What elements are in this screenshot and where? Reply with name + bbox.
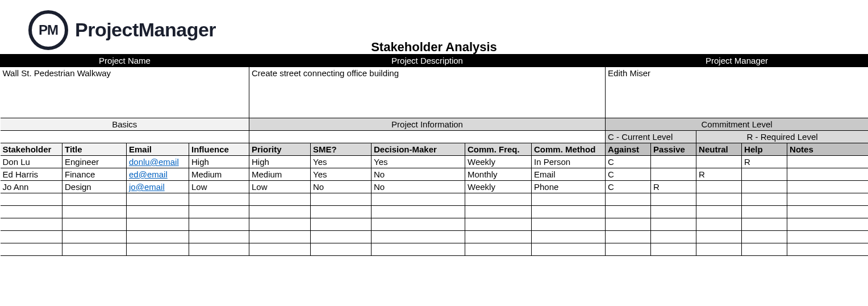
cell-empty[interactable] [127,206,189,218]
cell-empty[interactable] [372,218,465,231]
cell-empty[interactable] [787,231,868,243]
cell-empty[interactable] [189,243,249,256]
cell-stakeholder[interactable]: Jo Ann [1,181,62,193]
meta-value-project-name[interactable]: Wall St. Pedestrian Walkway [1,67,249,118]
cell-empty[interactable] [127,231,189,243]
cell-empty[interactable] [189,193,249,206]
cell-empty[interactable] [1,193,62,206]
cell-title[interactable]: Engineer [62,156,127,168]
cell-comm_freq[interactable]: Weekly [465,156,532,168]
cell-comm_method[interactable]: Phone [532,181,606,193]
cell-notes[interactable] [787,156,868,168]
cell-empty[interactable] [189,206,249,218]
cell-empty[interactable] [651,243,696,256]
cell-empty[interactable] [127,243,189,256]
cell-help[interactable] [742,168,787,181]
cell-empty[interactable] [62,206,127,218]
meta-value-project-manager[interactable]: Edith Miser [606,67,868,118]
cell-empty[interactable] [249,231,311,243]
cell-empty[interactable] [1,218,62,231]
cell-empty[interactable] [696,193,742,206]
cell-empty[interactable] [372,206,465,218]
cell-against[interactable]: C [606,181,651,193]
cell-passive[interactable] [651,168,696,181]
cell-sme[interactable]: No [311,181,372,193]
cell-empty[interactable] [189,231,249,243]
cell-sme[interactable]: Yes [311,156,372,168]
cell-empty[interactable] [311,218,372,231]
cell-empty[interactable] [651,193,696,206]
cell-empty[interactable] [249,218,311,231]
cell-empty[interactable] [372,193,465,206]
cell-comm_method[interactable]: Email [532,168,606,181]
cell-empty[interactable] [465,231,532,243]
cell-help[interactable] [742,181,787,193]
cell-empty[interactable] [696,206,742,218]
cell-passive[interactable] [651,156,696,168]
cell-empty[interactable] [742,231,787,243]
cell-empty[interactable] [372,243,465,256]
cell-empty[interactable] [606,243,651,256]
cell-empty[interactable] [787,193,868,206]
cell-empty[interactable] [465,218,532,231]
cell-empty[interactable] [249,206,311,218]
cell-empty[interactable] [1,231,62,243]
cell-neutral[interactable]: R [696,168,742,181]
cell-empty[interactable] [465,243,532,256]
cell-empty[interactable] [742,193,787,206]
cell-title[interactable]: Design [62,181,127,193]
cell-influence[interactable]: High [189,156,249,168]
cell-empty[interactable] [311,193,372,206]
cell-empty[interactable] [651,206,696,218]
cell-empty[interactable] [62,231,127,243]
cell-empty[interactable] [696,231,742,243]
cell-empty[interactable] [651,218,696,231]
cell-empty[interactable] [62,218,127,231]
cell-empty[interactable] [742,218,787,231]
email-link[interactable]: ed@email [129,169,168,179]
cell-empty[interactable] [311,206,372,218]
cell-against[interactable]: C [606,156,651,168]
cell-influence[interactable]: Medium [189,168,249,181]
cell-priority[interactable]: High [249,156,311,168]
cell-priority[interactable]: Low [249,181,311,193]
cell-empty[interactable] [62,193,127,206]
cell-decision_maker[interactable]: Yes [372,156,465,168]
cell-empty[interactable] [1,243,62,256]
cell-empty[interactable] [696,218,742,231]
cell-empty[interactable] [532,231,606,243]
cell-empty[interactable] [532,218,606,231]
cell-comm_method[interactable]: In Person [532,156,606,168]
cell-notes[interactable] [787,168,868,181]
cell-empty[interactable] [532,206,606,218]
cell-empty[interactable] [311,243,372,256]
cell-empty[interactable] [127,193,189,206]
cell-empty[interactable] [249,243,311,256]
cell-email[interactable]: jo@email [127,181,189,193]
cell-priority[interactable]: Medium [249,168,311,181]
cell-empty[interactable] [532,243,606,256]
cell-empty[interactable] [787,218,868,231]
cell-neutral[interactable] [696,156,742,168]
cell-empty[interactable] [606,193,651,206]
cell-empty[interactable] [606,231,651,243]
cell-empty[interactable] [1,206,62,218]
cell-help[interactable]: R [742,156,787,168]
cell-empty[interactable] [62,243,127,256]
cell-notes[interactable] [787,181,868,193]
cell-passive[interactable]: R [651,181,696,193]
cell-decision_maker[interactable]: No [372,181,465,193]
cell-empty[interactable] [465,193,532,206]
cell-empty[interactable] [372,231,465,243]
cell-against[interactable]: C [606,168,651,181]
cell-title[interactable]: Finance [62,168,127,181]
cell-empty[interactable] [787,243,868,256]
cell-empty[interactable] [651,231,696,243]
cell-empty[interactable] [249,193,311,206]
cell-comm_freq[interactable]: Monthly [465,168,532,181]
email-link[interactable]: donlu@email [129,157,179,167]
cell-empty[interactable] [127,218,189,231]
cell-influence[interactable]: Low [189,181,249,193]
cell-stakeholder[interactable]: Don Lu [1,156,62,168]
cell-email[interactable]: ed@email [127,168,189,181]
